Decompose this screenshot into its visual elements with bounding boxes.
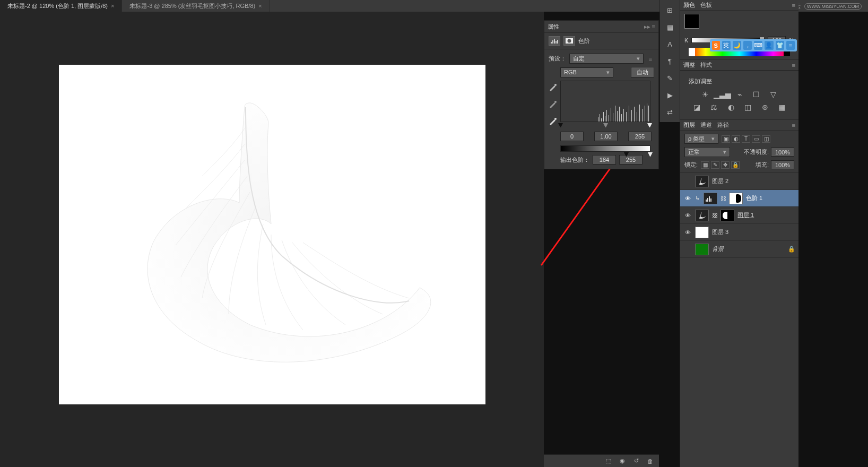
eye-icon[interactable]: ◉ xyxy=(618,457,627,465)
photo-filter-icon[interactable]: ◪ xyxy=(691,102,703,112)
swatches-icon[interactable]: ▦ xyxy=(664,21,676,33)
link-icon[interactable]: ⛓ xyxy=(721,195,726,202)
panel-menu-icon[interactable]: ≡ xyxy=(647,56,654,62)
output-low-value[interactable]: 184 xyxy=(593,155,616,165)
mask-thumb[interactable] xyxy=(721,210,734,221)
layers-panel: ρ 类型 ▣ ◐ T ▭ ◫ 正常 不透明度: 100% 锁定: xyxy=(680,131,798,258)
visibility-toggle[interactable] xyxy=(683,245,692,254)
input-black-value[interactable]: 0 xyxy=(560,132,584,141)
input-gamma-value[interactable]: 1.00 xyxy=(594,132,618,141)
input-slider[interactable] xyxy=(560,123,650,128)
layer-row[interactable]: 背景 🔒 xyxy=(680,241,798,258)
curves-icon[interactable]: ⌁ xyxy=(734,90,745,99)
black-point-handle[interactable] xyxy=(558,123,563,128)
moon-icon[interactable]: 🌙 xyxy=(733,41,741,50)
link-icon[interactable]: ⛓ xyxy=(712,212,717,219)
tab-styles[interactable]: 样式 xyxy=(700,61,712,69)
panel-menu-icon[interactable]: ≡ xyxy=(792,62,795,68)
lock-move-icon[interactable]: ✥ xyxy=(721,161,730,169)
properties-tab[interactable]: 属性 xyxy=(548,23,559,31)
visibility-toggle[interactable]: 👁 xyxy=(683,211,692,220)
layer-row[interactable]: 图层 2 xyxy=(680,173,798,190)
foreground-swatch[interactable] xyxy=(684,14,699,29)
svg-rect-13 xyxy=(709,196,710,202)
mask-thumb[interactable] xyxy=(729,193,743,204)
output-high-handle[interactable] xyxy=(648,152,653,157)
visibility-toggle[interactable]: 👁 xyxy=(683,194,692,203)
opacity-value[interactable]: 100% xyxy=(771,148,794,157)
lock-pixels-icon[interactable]: ▦ xyxy=(701,161,709,169)
layer-row[interactable]: 👁 ⛓ 图层 1 xyxy=(680,207,798,224)
preset-select[interactable]: 自定 xyxy=(569,54,644,64)
type-icon[interactable]: T xyxy=(742,135,750,143)
ime-logo[interactable]: S xyxy=(712,41,720,50)
tab-doc-2[interactable]: 未标题-3 @ 285% (发丝羽毛抠图小技巧, RGB/8) × xyxy=(122,0,270,12)
panel-menu-icon[interactable]: ≡ xyxy=(792,122,795,128)
visibility-toggle[interactable] xyxy=(683,177,692,186)
tab-channels[interactable]: 通道 xyxy=(700,121,712,129)
trash-icon[interactable]: 🗑 xyxy=(645,457,655,465)
comma-icon[interactable]: ， xyxy=(743,41,752,50)
shirt-icon[interactable]: 👕 xyxy=(776,41,784,50)
tab-color[interactable]: 颜色 xyxy=(683,1,695,9)
balance-icon[interactable]: ⚖ xyxy=(708,102,720,112)
vibrance-icon[interactable]: ▽ xyxy=(768,90,779,99)
reset-icon[interactable]: ↺ xyxy=(631,457,641,465)
play-icon[interactable]: ▶ xyxy=(664,89,676,101)
panel-menu-icon[interactable]: ≡ xyxy=(792,2,795,8)
paragraph-icon[interactable]: ¶ xyxy=(664,55,676,67)
sync-icon[interactable]: ⇄ xyxy=(664,106,676,118)
smart-icon[interactable]: ◫ xyxy=(762,135,770,143)
tab-adjust[interactable]: 调整 xyxy=(683,61,695,69)
tab-swatches[interactable]: 色板 xyxy=(700,1,712,9)
canvas[interactable] xyxy=(59,65,485,404)
output-low-handle[interactable] xyxy=(624,152,629,157)
shape-icon[interactable]: ▭ xyxy=(752,135,760,143)
layer-thumb xyxy=(695,244,709,255)
ime-lang-button[interactable]: 英 xyxy=(722,41,731,50)
lock-paint-icon[interactable]: ✎ xyxy=(711,161,719,169)
layer-row[interactable]: 👁 图层 3 xyxy=(680,224,798,241)
eyedropper-black-icon[interactable] xyxy=(548,82,558,92)
ime-toolbar[interactable]: S 英 🌙 ， ⌨ 👤 👕 ≡ xyxy=(710,39,797,51)
invert-icon[interactable]: ▦ xyxy=(776,102,788,112)
lookup-icon[interactable]: ⊛ xyxy=(759,102,771,112)
visibility-toggle[interactable]: 👁 xyxy=(683,228,692,237)
levels-icon[interactable]: ▁▃▅ xyxy=(717,90,728,99)
lock-all-icon[interactable]: 🔒 xyxy=(731,161,740,169)
input-white-value[interactable]: 255 xyxy=(628,132,652,141)
close-icon[interactable]: × xyxy=(258,3,262,9)
fill-value[interactable]: 100% xyxy=(771,160,794,169)
tab-doc-1[interactable]: 未标题-2 @ 120% (色阶 1, 图层蒙版/8) × xyxy=(0,0,122,12)
exposure-icon[interactable]: ☐ xyxy=(751,90,762,99)
channel-mixer-icon[interactable]: ◫ xyxy=(742,102,754,112)
clip-icon[interactable]: ⬚ xyxy=(604,457,613,465)
image-icon[interactable]: ▣ xyxy=(722,135,730,143)
svg-rect-14 xyxy=(710,198,711,202)
eyedropper-white-icon[interactable] xyxy=(548,116,558,126)
tab-paths[interactable]: 路径 xyxy=(717,121,729,129)
eyedropper-gray-icon[interactable] xyxy=(548,99,558,109)
output-high-value[interactable]: 255 xyxy=(619,155,643,165)
brightness-icon[interactable]: ☀ xyxy=(700,90,711,99)
adjust-icon[interactable]: ◐ xyxy=(732,135,740,143)
keyboard-icon[interactable]: ⌨ xyxy=(754,41,762,50)
bw-icon[interactable]: ◐ xyxy=(725,102,737,112)
gamma-handle[interactable] xyxy=(603,123,608,128)
white-point-handle[interactable] xyxy=(647,123,652,128)
brush-icon[interactable]: ✎ xyxy=(664,72,676,84)
channel-select[interactable]: RGB xyxy=(560,67,613,77)
user-icon[interactable]: 👤 xyxy=(765,41,773,50)
panel-menu-icon[interactable]: ▸▸ ≡ xyxy=(644,23,655,30)
tab-layers[interactable]: 图层 xyxy=(683,121,695,129)
close-icon[interactable]: × xyxy=(111,3,114,9)
output-gradient[interactable] xyxy=(560,145,650,152)
grid-icon[interactable]: ⊞ xyxy=(664,4,676,16)
blend-mode-select[interactable]: 正常 xyxy=(684,147,730,157)
menu-icon[interactable]: ≡ xyxy=(786,41,795,50)
canvas-area[interactable] xyxy=(0,12,544,467)
auto-button[interactable]: 自动 xyxy=(631,67,654,77)
layer-row[interactable]: 👁 ↳ ⛓ 色阶 1 xyxy=(680,190,798,207)
type-icon[interactable]: A xyxy=(664,38,676,50)
layer-filter-select[interactable]: ρ 类型 xyxy=(684,134,718,144)
